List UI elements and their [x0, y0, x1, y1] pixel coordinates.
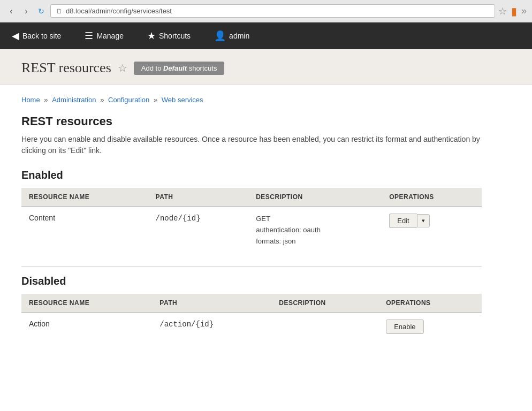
browser-right-icons: ☆ ▮ » [498, 5, 527, 18]
shortcut-btn-italic: Default [163, 64, 187, 72]
operations-cell-d: Enable [378, 313, 482, 340]
admin-user-link[interactable]: 👤 admin [208, 22, 256, 49]
desc-line: formats: json [256, 237, 295, 245]
col-header-operations-d: Operations [378, 294, 482, 313]
manage-icon: ☰ [85, 30, 93, 42]
operations-cell: Edit ▾ [382, 207, 482, 253]
col-header-resource-name: Resource Name [21, 188, 148, 207]
enabled-table: Resource Name Path Description Operation… [21, 188, 482, 253]
section-description: Here you can enable and disable availabl… [21, 134, 482, 156]
page-title: REST resources [21, 60, 111, 76]
disabled-table: Resource Name Path Description Operation… [21, 294, 482, 340]
back-button[interactable]: ‹ [5, 5, 17, 17]
shortcuts-link[interactable]: ★ Shortcuts [141, 22, 197, 49]
back-to-site-label: Back to site [22, 32, 61, 40]
breadcrumb: Home » Administration » Configuration » … [21, 96, 482, 104]
manage-label: Manage [96, 32, 124, 40]
enabled-heading: Enabled [21, 169, 482, 181]
section-divider [21, 266, 482, 267]
col-header-description-d: Description [271, 294, 378, 313]
path-text-d: /action/{id} [159, 320, 214, 329]
path-cell-d: /action/{id} [152, 313, 271, 340]
breadcrumb-sep-1: » [44, 96, 50, 104]
address-text: d8.local/admin/config/services/test [66, 7, 172, 15]
disabled-table-header-row: Resource Name Path Description Operation… [21, 294, 482, 313]
breadcrumb-home[interactable]: Home [21, 96, 40, 104]
resource-name-cell-d: Action [21, 313, 152, 340]
shortcut-btn-suffix: shortcuts [187, 64, 217, 72]
enabled-table-header-row: Resource Name Path Description Operation… [21, 188, 482, 207]
col-header-path-d: Path [152, 294, 271, 313]
desc-line: authentication: oauth [256, 226, 321, 234]
path-text: /node/{id} [156, 214, 201, 223]
page-header: REST resources ☆ Add to Default shortcut… [0, 49, 532, 85]
resource-name-cell: Content [21, 207, 148, 253]
rest-resources-title: REST resources [21, 115, 482, 128]
enabled-table-row: Content /node/{id} GETauthentication: oa… [21, 207, 482, 253]
col-header-description: Description [248, 188, 382, 207]
shortcuts-label: Shortcuts [159, 32, 191, 40]
manage-link[interactable]: ☰ Manage [78, 22, 130, 49]
col-header-path: Path [148, 188, 249, 207]
breadcrumb-sep-2: » [100, 96, 106, 104]
browser-chrome: ‹ › ↻ 🗋 d8.local/admin/config/services/t… [0, 0, 532, 22]
main-content: Home » Administration » Configuration » … [0, 85, 503, 355]
bookmark-icon[interactable]: ☆ [498, 5, 507, 17]
back-to-site-link[interactable]: ◀ Back to site [5, 22, 67, 49]
user-icon: 👤 [214, 30, 226, 42]
shortcut-btn-prefix: Add to [141, 64, 163, 72]
more-icon[interactable]: » [521, 5, 527, 17]
disabled-heading: Disabled [21, 275, 482, 287]
breadcrumb-configuration[interactable]: Configuration [108, 96, 149, 104]
description-cell: GETauthentication: oauthformats: json [248, 207, 382, 253]
disabled-table-row: Action /action/{id} Enable [21, 313, 482, 340]
page-icon: 🗋 [56, 7, 63, 15]
edit-dropdown-button[interactable]: ▾ [417, 214, 430, 227]
path-cell: /node/{id} [148, 207, 249, 253]
edit-button[interactable]: Edit [389, 214, 416, 228]
add-shortcut-button[interactable]: Add to Default shortcuts [134, 62, 225, 75]
breadcrumb-administration[interactable]: Administration [52, 96, 96, 104]
refresh-button[interactable]: ↻ [35, 5, 47, 17]
col-header-resource-name-d: Resource Name [21, 294, 152, 313]
back-to-site-icon: ◀ [12, 30, 19, 42]
edit-btn-group: Edit ▾ [389, 214, 474, 228]
breadcrumb-sep-3: » [154, 96, 159, 104]
desc-line: GET [256, 215, 270, 223]
admin-label: admin [229, 32, 249, 40]
description-cell-d [271, 313, 378, 340]
col-header-operations: Operations [382, 188, 482, 207]
shortcuts-icon: ★ [147, 30, 156, 42]
feed-icon: ▮ [511, 5, 517, 18]
admin-toolbar: ◀ Back to site ☰ Manage ★ Shortcuts 👤 ad… [0, 22, 532, 49]
breadcrumb-web-services[interactable]: Web services [162, 96, 203, 104]
star-icon[interactable]: ☆ [118, 62, 127, 74]
forward-button[interactable]: › [20, 5, 32, 17]
description-text: GETauthentication: oauthformats: json [256, 214, 374, 247]
address-bar[interactable]: 🗋 d8.local/admin/config/services/test [50, 4, 495, 18]
enable-button[interactable]: Enable [386, 319, 423, 334]
